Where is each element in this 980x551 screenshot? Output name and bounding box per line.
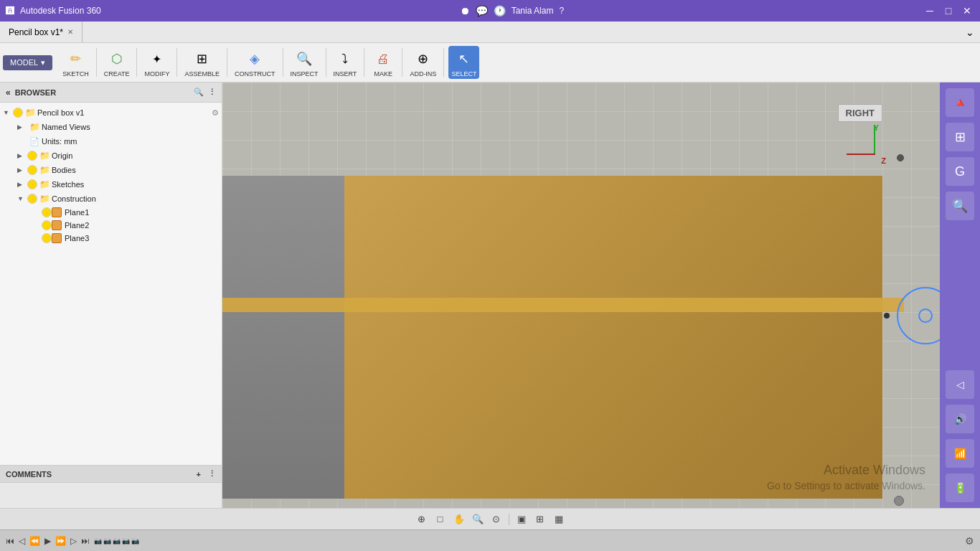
circle-outer <box>897 287 940 344</box>
user-label[interactable]: Tania Alam <box>512 6 554 16</box>
box-stripe <box>222 298 904 312</box>
make-tool[interactable]: 🖨 MAKE <box>369 46 397 79</box>
construction-label: Construction <box>52 194 219 203</box>
sketch-tool[interactable]: ✏ SKETCH <box>60 46 92 79</box>
addins-tool[interactable]: ⊕ ADD-INS <box>407 46 439 79</box>
playback-end-icon[interactable]: ⏭ <box>81 536 90 546</box>
tree-origin[interactable]: ▶ 📁 Origin <box>0 149 222 163</box>
plane3-visibility-icon[interactable] <box>42 233 52 243</box>
bottom-sep-1 <box>509 514 509 525</box>
construct-tool[interactable]: ◈ CONSTRUCT <box>232 46 278 79</box>
assemble-tool[interactable]: ⊞ ASSEMBLE <box>182 46 222 79</box>
right-panel-wifi-icon[interactable]: 📶 <box>946 439 974 468</box>
create-tool[interactable]: ⬡ CREATE <box>101 46 133 79</box>
separator-3 <box>176 48 177 77</box>
clock-icon[interactable]: 🕐 <box>494 5 506 17</box>
corner-handle-bottom-right[interactable] <box>894 496 904 506</box>
right-panel-icon-4[interactable]: 🔍 <box>946 192 974 220</box>
right-panel-expand-icon[interactable]: ◁ <box>946 370 974 399</box>
modify-label: MODIFY <box>144 70 169 77</box>
insert-tool[interactable]: ⤵ INSERT <box>331 46 360 79</box>
tree-plane1[interactable]: Plane1 <box>0 206 222 219</box>
bottom-zoom-icon[interactable]: 🔍 <box>470 512 486 527</box>
right-panel-sound-icon[interactable]: 🔊 <box>946 405 974 433</box>
origin-label: Origin <box>52 151 219 160</box>
bodies-visibility-icon[interactable] <box>27 165 37 175</box>
viewport[interactable]: RIGHT Y Z Activate Windows Go to Setting… <box>222 83 940 508</box>
playback-settings-icon[interactable]: ⚙ <box>965 535 974 547</box>
inspect-tool[interactable]: 🔍 INSPECT <box>288 46 321 79</box>
comments-title: COMMENTS <box>6 470 52 479</box>
playback-prev-icon[interactable]: ◁ <box>19 536 25 546</box>
right-panel-icon-1[interactable]: 🔺 <box>946 88 974 117</box>
right-panel-battery-icon[interactable]: 🔋 <box>946 474 974 502</box>
comments-header: COMMENTS + ⋮ <box>0 466 222 483</box>
bottom-orbit-icon[interactable]: ⊙ <box>489 512 504 527</box>
playback-next-frame-icon[interactable]: ⏩ <box>55 536 66 546</box>
plane1-visibility-icon[interactable] <box>42 207 52 217</box>
bottom-frame-icon[interactable]: □ <box>433 512 448 527</box>
tab-expand-icon[interactable]: ⌄ <box>966 27 974 38</box>
bottom-pan-icon[interactable]: ✋ <box>451 512 467 527</box>
right-panel-icon-3[interactable]: G <box>946 157 974 186</box>
sketches-visibility-icon[interactable] <box>27 179 37 189</box>
construction-folder-icon: 📁 <box>39 193 50 204</box>
browser-tree: ▼ 📁 Pencil box v1 ⚙ ▶ 📁 Named Views 📄 Un… <box>0 103 222 465</box>
select-tool[interactable]: ↖ SELECT <box>448 46 479 79</box>
comments-expand-icon[interactable]: + <box>197 470 201 479</box>
constraint-circle <box>897 287 940 344</box>
collapse-icon[interactable]: « <box>6 88 11 98</box>
assemble-label: ASSEMBLE <box>184 70 220 77</box>
bodies-label: Bodies <box>52 166 219 174</box>
plane3-label: Plane3 <box>62 234 219 242</box>
playback-next-icon[interactable]: ▷ <box>70 536 77 546</box>
tree-sketches[interactable]: ▶ 📁 Sketches <box>0 177 222 192</box>
root-folder-icon: 📁 <box>24 107 36 118</box>
separator-6 <box>326 48 326 77</box>
browser-options-icon[interactable]: ⋮ <box>208 88 216 97</box>
tree-plane2[interactable]: Plane2 <box>0 219 222 232</box>
tree-bodies[interactable]: ▶ 📁 Bodies <box>0 163 222 177</box>
help-icon[interactable]: ? <box>559 6 564 16</box>
tree-named-views[interactable]: ▶ 📁 Named Views <box>0 120 222 134</box>
model-button[interactable]: MODEL ▾ <box>3 55 52 70</box>
bottom-env-icon[interactable]: ▦ <box>551 512 567 527</box>
modify-tool[interactable]: ✦ MODIFY <box>141 46 172 79</box>
bottom-display-icon[interactable]: ▣ <box>514 512 529 527</box>
title-bar-controls: ─ □ ✕ <box>923 5 974 17</box>
right-panel-icon-2[interactable]: ⊞ <box>946 123 974 151</box>
playback-prev-frame-icon[interactable]: ⏪ <box>29 536 40 546</box>
construction-visibility-icon[interactable] <box>27 194 37 204</box>
tab-close-icon[interactable]: ✕ <box>67 28 73 36</box>
axis-line-z <box>847 154 875 155</box>
tree-units[interactable]: 📄 Units: mm <box>0 134 222 149</box>
separator-1 <box>96 48 97 77</box>
main-layout: « BROWSER 🔍 ⋮ ▼ 📁 Pencil box v1 ⚙ ▶ 📁 Na… <box>0 83 980 508</box>
corner-handle-top-right[interactable] <box>897 154 904 161</box>
addins-icon: ⊕ <box>412 47 435 70</box>
record-icon[interactable]: ⏺ <box>460 5 470 17</box>
playback-play-icon[interactable]: ▶ <box>44 536 51 546</box>
minimize-button[interactable]: ─ <box>923 5 937 17</box>
make-icon: 🖨 <box>372 47 395 70</box>
toolbar: MODEL ▾ ✏ SKETCH ⬡ CREATE ✦ MODIFY ⊞ ASS… <box>0 43 980 83</box>
root-settings-icon[interactable]: ⚙ <box>212 108 219 118</box>
origin-visibility-icon[interactable] <box>27 151 37 161</box>
plane2-visibility-icon[interactable] <box>42 220 52 230</box>
browser-search-icon[interactable]: 🔍 <box>194 88 204 97</box>
root-visibility-icon[interactable] <box>13 108 23 118</box>
close-button[interactable]: ✕ <box>960 5 974 17</box>
bottom-snap-icon[interactable]: ⊕ <box>414 512 430 527</box>
bottom-grid-icon[interactable]: ⊞ <box>532 512 548 527</box>
tree-plane3[interactable]: Plane3 <box>0 232 222 245</box>
chat-icon[interactable]: 💬 <box>476 5 488 17</box>
comments-options-icon[interactable]: ⋮ <box>208 469 216 479</box>
maximize-button[interactable]: □ <box>941 5 956 17</box>
tree-root[interactable]: ▼ 📁 Pencil box v1 ⚙ <box>0 105 222 120</box>
insert-icon: ⤵ <box>334 47 357 70</box>
tab-pencil-box[interactable]: Pencil box v1* ✕ <box>0 22 83 42</box>
tree-construction[interactable]: ▼ 📁 Construction <box>0 192 222 206</box>
addins-label: ADD-INS <box>410 70 436 77</box>
playback-start-icon[interactable]: ⏮ <box>6 536 14 546</box>
model-dropdown-icon: ▾ <box>41 58 45 67</box>
